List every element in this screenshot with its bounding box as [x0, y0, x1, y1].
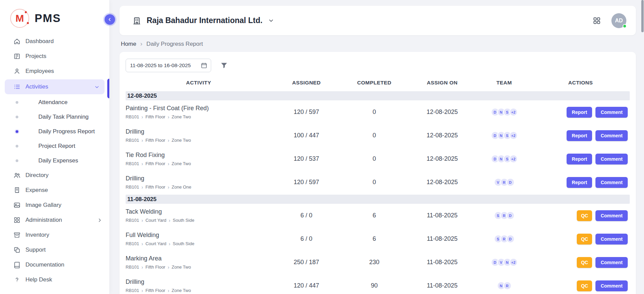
qc-button[interactable]: QC [577, 257, 592, 268]
sidebar-item-expense[interactable]: Expense [0, 183, 109, 198]
chevron-right-icon: › [168, 161, 169, 166]
qc-button[interactable]: QC [577, 280, 592, 291]
chevron-right-icon: › [168, 138, 169, 143]
sidebar-item-image-gallery[interactable]: Image Gallary [0, 198, 109, 213]
sidebar-item-daily-task-planning[interactable]: Daily Task Planning [0, 110, 109, 124]
report-button[interactable]: Report [567, 177, 592, 188]
sidebar-item-projects[interactable]: Projects [0, 49, 109, 64]
assigned-value: 250 / 187 [272, 259, 341, 266]
team-avatars: D N S +2 [477, 131, 531, 140]
date-range-input[interactable] [130, 62, 198, 68]
book-icon [13, 261, 21, 269]
comment-button[interactable]: Comment [595, 210, 628, 221]
completed-value: 6 [341, 235, 407, 242]
table-row: Tack Welding RB101› Court Yard› South Si… [126, 204, 630, 227]
sidebar-item-attendance[interactable]: Attendance [0, 95, 109, 110]
completed-value: 230 [341, 259, 407, 266]
company-selector[interactable]: Raja Bahadur International Ltd. [132, 16, 274, 25]
breadcrumb-home-link[interactable]: Home [121, 41, 136, 47]
report-button[interactable]: Report [567, 130, 592, 141]
path-floor: Court Yard [145, 241, 166, 246]
assign-on-value: 12-08-2025 [407, 109, 477, 116]
qc-button[interactable]: QC [577, 234, 592, 244]
date-group-header: 12-08-2025 [126, 91, 630, 100]
completed-value: 6 [341, 212, 407, 219]
archive-box-icon [13, 231, 21, 239]
sidebar-item-directory[interactable]: Directory [0, 168, 109, 183]
path-zone: Zone Two [172, 264, 191, 270]
path-floor: Fifth Floor [145, 138, 165, 143]
chevron-right-icon: › [169, 241, 170, 246]
path-floor: Fifth Floor [145, 264, 165, 270]
avatar-initials: AD [615, 18, 623, 24]
receipt-icon [13, 187, 21, 194]
path-project: RB101 [126, 264, 139, 270]
sidebar-item-project-report[interactable]: Project Report [0, 139, 109, 153]
activity-location-path: RB101› Court Yard› South Side [126, 218, 272, 223]
activity-name: Drilling [126, 278, 272, 286]
date-range-field[interactable] [126, 59, 211, 72]
assign-on-value: 11-08-2025 [407, 212, 477, 219]
breadcrumb-current: Daily Progress Report [146, 41, 203, 47]
sidebar-item-label: Activities [25, 83, 48, 90]
activity-location-path: RB101› Court Yard› South Side [126, 241, 272, 246]
completed-value: 0 [341, 132, 407, 139]
sidebar-item-activities[interactable]: Activities [5, 79, 105, 94]
column-header-actions: ACTIONS [531, 80, 630, 86]
sidebar-item-label: Administration [25, 217, 62, 223]
table-row: Tie Rod Fixing RB101› Fifth Floor› Zone … [126, 147, 630, 171]
sidebar-item-daily-expenses[interactable]: Daily Expenses [0, 153, 109, 168]
comment-button[interactable]: Comment [595, 130, 628, 141]
column-header-assign-on: ASSIGN ON [407, 80, 477, 86]
report-button[interactable]: Report [567, 107, 592, 118]
company-name: Raja Bahadur International Ltd. [147, 16, 262, 25]
activity-location-path: RB101› Fifth Floor› Zone One [126, 184, 272, 190]
comment-button[interactable]: Comment [595, 234, 628, 244]
filter-funnel-icon[interactable] [220, 61, 228, 70]
path-zone: South Side [173, 241, 195, 246]
completed-value: 0 [341, 109, 407, 116]
comment-button[interactable]: Comment [595, 154, 628, 164]
sidebar-item-daily-progress-report[interactable]: Daily Progress Report [0, 124, 109, 139]
path-floor: Court Yard [145, 218, 166, 223]
column-header-assigned: ASSIGNED [272, 80, 341, 86]
sidebar-item-dashboard[interactable]: Dashboard [0, 34, 109, 49]
path-floor: Fifth Floor [145, 288, 165, 293]
sidebar-item-inventory[interactable]: Inventory [0, 228, 109, 242]
question-mark-icon [13, 276, 21, 283]
filter-row [126, 59, 630, 72]
report-button[interactable]: Report [567, 154, 592, 164]
comment-button[interactable]: Comment [595, 177, 628, 188]
user-avatar[interactable]: AD [611, 13, 626, 28]
chevron-right-icon: › [142, 138, 143, 143]
team-avatar: R [503, 281, 512, 290]
completed-value: 0 [341, 155, 407, 162]
chevron-right-icon: › [142, 265, 143, 270]
online-status-dot [623, 24, 627, 28]
comment-button[interactable]: Comment [595, 257, 628, 268]
activity-name: Drilling [126, 175, 272, 182]
table-row: Painting - First Coat (Fire Red) RB101› … [126, 100, 630, 124]
sidebar-item-support[interactable]: Support [0, 242, 109, 257]
sidebar-collapse-button[interactable] [105, 14, 115, 25]
logo-dot-icon [27, 22, 29, 24]
chevron-right-icon: › [140, 40, 142, 47]
bullet-icon [16, 130, 18, 133]
column-header-completed: COMPLETED [341, 80, 407, 86]
qc-button[interactable]: QC [577, 210, 592, 221]
apps-grid-icon[interactable] [592, 16, 601, 25]
sidebar-subitem-label: Daily Expenses [38, 157, 78, 164]
sidebar-item-help-desk[interactable]: Help Desk [0, 272, 109, 287]
sidebar-item-employees[interactable]: Employees [0, 64, 109, 79]
chevron-right-icon: › [142, 218, 143, 223]
team-avatar-more: +2 [509, 108, 518, 116]
comment-button[interactable]: Comment [595, 107, 628, 118]
sidebar-item-administration[interactable]: Administration [0, 213, 109, 228]
calendar-icon[interactable] [201, 62, 207, 69]
app-logo: M PMS [0, 0, 109, 28]
comment-button[interactable]: Comment [595, 280, 628, 291]
page-scrollbar-thumb[interactable] [641, 0, 644, 32]
chevron-right-icon: › [142, 161, 143, 166]
path-zone: Zone Two [172, 114, 191, 119]
sidebar-item-documentation[interactable]: Documentation [0, 257, 109, 272]
